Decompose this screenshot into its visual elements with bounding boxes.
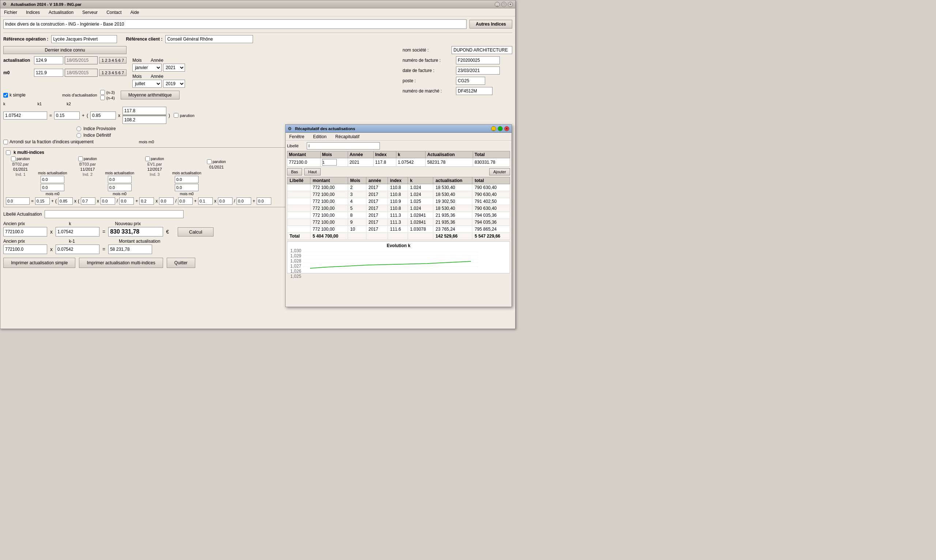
arrondi-checkbox[interactable] bbox=[3, 140, 8, 145]
mi-val2-1[interactable] bbox=[41, 184, 64, 191]
mi-v015[interactable] bbox=[35, 197, 50, 205]
recap-filter-input[interactable] bbox=[307, 142, 380, 149]
nouveau-prix-result[interactable] bbox=[108, 227, 163, 237]
indice-provisoire-radio[interactable] bbox=[76, 126, 81, 131]
m0-value[interactable] bbox=[34, 69, 63, 77]
index-field[interactable] bbox=[3, 19, 466, 29]
autres-indices-button[interactable]: Autres Indices bbox=[470, 20, 512, 29]
euro-sign: € bbox=[166, 229, 169, 235]
mi-v00[interactable] bbox=[257, 197, 271, 205]
minimize-button[interactable]: _ bbox=[495, 2, 500, 7]
menu-indices[interactable]: Indices bbox=[25, 9, 41, 16]
plus-sign-1: + bbox=[82, 113, 85, 118]
mi-v-frac3-den[interactable] bbox=[237, 197, 251, 205]
m0-nums-button[interactable]: 1 2 3 4 5 6 7 bbox=[99, 69, 126, 76]
mi-val2-2[interactable] bbox=[108, 184, 132, 191]
mi-v-frac2[interactable] bbox=[159, 197, 174, 205]
facture-input[interactable] bbox=[456, 56, 500, 64]
recap-maximize-button[interactable]: □ bbox=[497, 126, 503, 131]
n3-label: (n-3) bbox=[106, 90, 115, 95]
parution-ev1-checkbox[interactable] bbox=[145, 157, 150, 161]
k-multi-checkbox[interactable] bbox=[6, 150, 11, 155]
menu-aide[interactable]: Aide bbox=[129, 9, 140, 16]
recap-menu-edition[interactable]: Edition bbox=[311, 134, 328, 140]
parution-bt03-checkbox[interactable] bbox=[78, 157, 83, 161]
td-libelle bbox=[287, 212, 310, 219]
ancien-prix-input-2[interactable] bbox=[3, 245, 47, 254]
poste-input[interactable] bbox=[456, 77, 485, 85]
k1-value-input[interactable] bbox=[54, 111, 80, 120]
quitter-button[interactable]: Quitter bbox=[167, 258, 195, 268]
td-actualisation: 19 302,50 bbox=[433, 198, 473, 205]
marche-input[interactable] bbox=[456, 87, 493, 95]
m0-mois-select[interactable]: janvierfévriermars avrilmaijuin juilleta… bbox=[132, 80, 162, 88]
parution-col4-checkbox[interactable] bbox=[207, 159, 212, 164]
libelle-input[interactable] bbox=[45, 210, 183, 218]
moyenne-button[interactable]: Moyenne arithmétique bbox=[121, 91, 180, 99]
imprimer-simple-button[interactable]: Imprimer actualisation simple bbox=[3, 258, 75, 268]
ajouter-button[interactable]: Ajouter bbox=[489, 168, 510, 175]
calcul-button[interactable]: Calcul bbox=[178, 228, 214, 237]
td-actualisation: 18 530,40 bbox=[433, 184, 473, 191]
td-libelle bbox=[287, 205, 310, 212]
mi-k-val[interactable] bbox=[6, 197, 29, 205]
actualisation-date[interactable] bbox=[65, 56, 98, 64]
mi-val2-3[interactable] bbox=[175, 184, 199, 191]
n3-checkbox[interactable] bbox=[100, 90, 105, 95]
maximize-button[interactable]: □ bbox=[501, 2, 506, 7]
k-input[interactable] bbox=[55, 227, 100, 237]
mi-val1-1[interactable] bbox=[41, 176, 64, 183]
recap-minimize-button[interactable]: _ bbox=[491, 126, 496, 131]
imprimer-multi-button[interactable]: Imprimer actualisation multi-indices bbox=[79, 258, 163, 268]
ancien-prix-input[interactable] bbox=[3, 227, 47, 237]
ref-client-input[interactable] bbox=[165, 35, 253, 43]
dernier-indice-button[interactable]: Dernier indice connu bbox=[3, 46, 126, 54]
close-button[interactable]: × bbox=[508, 2, 513, 7]
montant-act-result[interactable] bbox=[108, 245, 152, 254]
k-simple-checkbox[interactable] bbox=[3, 93, 8, 98]
date-facture-input[interactable] bbox=[456, 66, 500, 75]
mi-v-frac2-den[interactable] bbox=[178, 197, 193, 205]
mi-v-frac1-den[interactable] bbox=[119, 197, 134, 205]
mi-val1-2[interactable] bbox=[108, 176, 132, 183]
recap-menu-fenetre[interactable]: Fenêtre bbox=[288, 134, 306, 140]
mi-v-frac3[interactable] bbox=[218, 197, 232, 205]
ref-operation-input[interactable] bbox=[51, 35, 117, 43]
recap-close-button[interactable]: × bbox=[504, 126, 509, 131]
menu-contact[interactable]: Contact bbox=[105, 9, 123, 16]
denominator-input[interactable] bbox=[123, 116, 166, 124]
actualisation-mois-select[interactable]: janvierfévriermars avrilmaijuin juilleta… bbox=[132, 64, 162, 72]
numerator-input[interactable] bbox=[123, 107, 166, 115]
mi-v01[interactable] bbox=[198, 197, 213, 205]
bas-button[interactable]: Bas bbox=[287, 168, 302, 175]
mi-v02[interactable] bbox=[139, 197, 154, 205]
haut-button[interactable]: Haut bbox=[304, 168, 321, 175]
mi-v085[interactable] bbox=[58, 197, 73, 205]
m0-date[interactable] bbox=[65, 69, 98, 77]
recap-menu-recapitulatif[interactable]: Récapitulatif bbox=[334, 134, 361, 140]
indice-definitif-radio[interactable] bbox=[76, 133, 81, 138]
nom-societe-input[interactable] bbox=[451, 46, 512, 54]
m0-annee-select[interactable]: 201920202021 bbox=[163, 80, 185, 88]
recap-mois-input[interactable] bbox=[322, 159, 337, 166]
parution-checkbox[interactable] bbox=[174, 113, 179, 118]
k1-input[interactable] bbox=[55, 245, 100, 254]
parution-bt02-checkbox[interactable] bbox=[11, 157, 16, 161]
td-montant: 772 100,00 bbox=[310, 212, 348, 219]
mi-val1-3[interactable] bbox=[175, 176, 199, 183]
dt-actualisation-header: actualisation bbox=[433, 177, 473, 184]
menu-fichier[interactable]: Fichier bbox=[3, 9, 18, 16]
parution-col4-label: parution bbox=[212, 160, 226, 164]
marche-row: numéro de marché : bbox=[403, 87, 512, 95]
menu-actualisation[interactable]: Actualisation bbox=[47, 9, 75, 16]
mi-v-frac1[interactable] bbox=[100, 197, 115, 205]
actualisation-annee-select[interactable]: 202120202019 bbox=[163, 64, 185, 72]
actualisation-nums-button[interactable]: 1 2 3 4 5 6 7 bbox=[99, 57, 126, 64]
k-value-input[interactable] bbox=[3, 111, 47, 120]
mi-v07[interactable] bbox=[81, 197, 95, 205]
menu-serveur[interactable]: Serveur bbox=[81, 9, 99, 16]
n4-checkbox[interactable] bbox=[100, 95, 105, 100]
k2-value-input[interactable] bbox=[90, 111, 116, 120]
libelle-label: Libellé Actualisation bbox=[3, 212, 42, 217]
actualisation-value[interactable] bbox=[34, 56, 63, 64]
